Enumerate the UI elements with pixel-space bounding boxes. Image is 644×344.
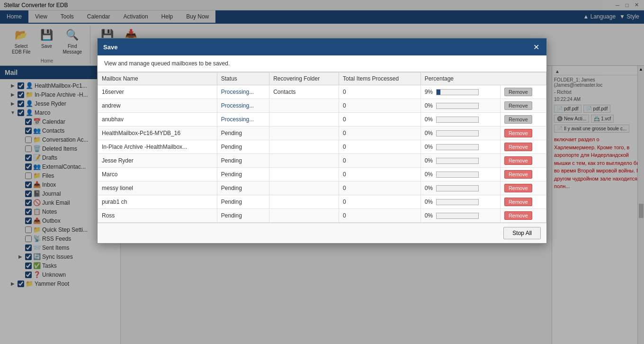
remove-button: Remove: [504, 101, 532, 110]
cell-name: andrew: [98, 99, 217, 113]
cell-folder: Contacts: [269, 85, 339, 99]
table-row: messy lionel Pending 0 0% Remove: [98, 181, 546, 195]
cell-remove[interactable]: Remove: [500, 154, 546, 168]
remove-button[interactable]: Remove: [504, 156, 532, 165]
cell-total: 0: [339, 99, 421, 113]
cell-folder: [269, 181, 339, 195]
cell-remove[interactable]: Remove: [500, 85, 546, 99]
cell-total: 0: [339, 168, 421, 181]
cell-pct: 0%: [420, 209, 500, 223]
modal-overlay: Save ✕ View and manage queued mailboxes …: [0, 0, 644, 344]
cell-name: 16server: [98, 85, 217, 99]
cell-status: Pending: [217, 154, 269, 168]
cell-total: 0: [339, 127, 421, 140]
cell-pct: 0%: [420, 113, 500, 127]
modal-footer: Stop All: [98, 223, 546, 243]
cell-status: Pending: [217, 195, 269, 209]
cell-name: Jesse Ryder: [98, 154, 217, 168]
cell-total: 0: [339, 85, 421, 99]
cell-remove[interactable]: Remove: [500, 99, 546, 113]
cell-pct: 0%: [420, 99, 500, 113]
cell-remove[interactable]: Remove: [500, 195, 546, 209]
cell-folder: [269, 127, 339, 140]
cell-total: 0: [339, 140, 421, 154]
table-row: purab1 ch Pending 0 0% Remove: [98, 195, 546, 209]
cell-folder: [269, 154, 339, 168]
cell-folder: [269, 209, 339, 223]
table-row: HealthMailbox-Pc16-MYDB_16 Pending 0 0% …: [98, 127, 546, 140]
table-row: anubhav Processing... 0 0% Remove: [98, 113, 546, 127]
cell-folder: [269, 113, 339, 127]
remove-button[interactable]: Remove: [504, 198, 532, 206]
cell-folder: [269, 140, 339, 154]
remove-button[interactable]: Remove: [504, 170, 532, 179]
cell-total: 0: [339, 181, 421, 195]
cell-pct: 9%: [420, 85, 500, 99]
cell-folder: [269, 99, 339, 113]
cell-name: HealthMailbox-Pc16-MYDB_16: [98, 127, 217, 140]
cell-pct: 0%: [420, 140, 500, 154]
cell-pct: 0%: [420, 181, 500, 195]
remove-button: Remove: [504, 88, 532, 96]
cell-status[interactable]: Processing...: [217, 85, 269, 99]
save-modal: Save ✕ View and manage queued mailboxes …: [97, 38, 547, 244]
modal-table-wrap: Mailbox Name Status Recovering Folder To…: [98, 72, 546, 223]
cell-folder: [269, 195, 339, 209]
col-status: Status: [217, 72, 269, 85]
cell-total: 0: [339, 209, 421, 223]
cell-remove[interactable]: Remove: [500, 181, 546, 195]
cell-total: 0: [339, 195, 421, 209]
table-row: In-Place Archive -HealthMailbox... Pendi…: [98, 140, 546, 154]
cell-total: 0: [339, 113, 421, 127]
cell-status: Pending: [217, 209, 269, 223]
cell-status: Pending: [217, 181, 269, 195]
modal-title: Save: [103, 44, 117, 51]
cell-name: Ross: [98, 209, 217, 223]
cell-total: 0: [339, 154, 421, 168]
cell-name: messy lionel: [98, 181, 217, 195]
cell-status[interactable]: Processing...: [217, 113, 269, 127]
cell-name: anubhav: [98, 113, 217, 127]
cell-status: Pending: [217, 127, 269, 140]
modal-subtitle: View and manage queued mailboxes to be s…: [98, 55, 546, 72]
cell-pct: 0%: [420, 168, 500, 181]
remove-button[interactable]: Remove: [504, 211, 532, 220]
cell-pct: 0%: [420, 127, 500, 140]
cell-pct: 0%: [420, 154, 500, 168]
col-recovering-folder: Recovering Folder: [269, 72, 339, 85]
modal-header: Save ✕: [98, 38, 546, 55]
table-row: Jesse Ryder Pending 0 0% Remove: [98, 154, 546, 168]
cell-remove[interactable]: Remove: [500, 168, 546, 181]
cell-remove[interactable]: Remove: [500, 140, 546, 154]
cell-name: Marco: [98, 168, 217, 181]
cell-status[interactable]: Processing...: [217, 99, 269, 113]
modal-close-button[interactable]: ✕: [531, 42, 541, 52]
col-total-items: Total Items Processed: [339, 72, 421, 85]
col-mailbox-name: Mailbox Name: [98, 72, 217, 85]
cell-name: In-Place Archive -HealthMailbox...: [98, 140, 217, 154]
cell-name: purab1 ch: [98, 195, 217, 209]
stop-all-button[interactable]: Stop All: [503, 227, 541, 239]
table-row: 16server Processing... Contacts 0 9% Rem…: [98, 85, 546, 99]
table-row: andrew Processing... 0 0% Remove: [98, 99, 546, 113]
cell-remove[interactable]: Remove: [500, 113, 546, 127]
col-percentage: Percentage: [420, 72, 546, 85]
table-row: Marco Pending 0 0% Remove: [98, 168, 546, 181]
cell-status: Pending: [217, 140, 269, 154]
cell-status: Pending: [217, 168, 269, 181]
cell-remove[interactable]: Remove: [500, 127, 546, 140]
remove-button[interactable]: Remove: [504, 129, 532, 137]
cell-folder: [269, 168, 339, 181]
remove-button[interactable]: Remove: [504, 184, 532, 192]
cell-pct: 0%: [420, 195, 500, 209]
remove-button[interactable]: Remove: [504, 143, 532, 151]
modal-body: Mailbox Name Status Recovering Folder To…: [98, 72, 546, 243]
mailbox-table: Mailbox Name Status Recovering Folder To…: [98, 72, 546, 223]
remove-button: Remove: [504, 115, 532, 124]
cell-remove[interactable]: Remove: [500, 209, 546, 223]
table-row: Ross Pending 0 0% Remove: [98, 209, 546, 223]
